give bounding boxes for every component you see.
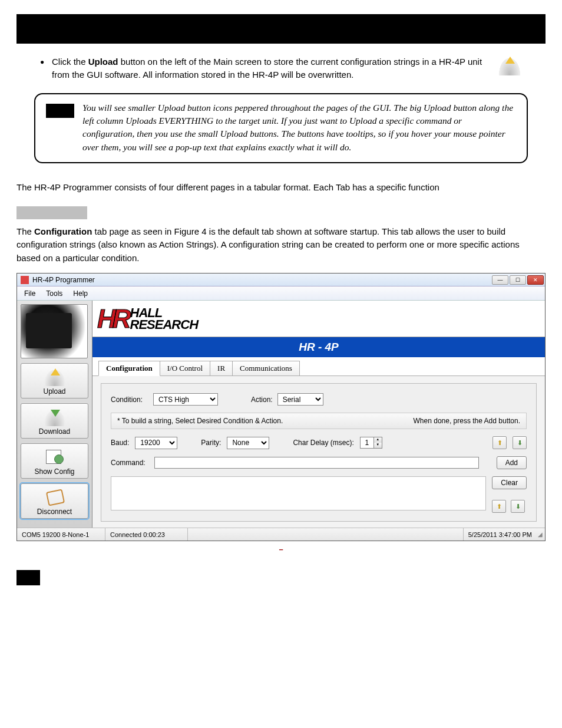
status-port: COM5 19200 8-None-1 bbox=[17, 528, 105, 541]
paragraph-pages: The HR-4P Programmer consists of four di… bbox=[16, 181, 546, 195]
download-icon: ⬇ bbox=[517, 439, 523, 447]
app-window: HR-4P Programmer — ☐ ✕ File Tools Help U… bbox=[16, 273, 546, 541]
instruction-bar: * To build a string, Select Desired Cond… bbox=[111, 413, 527, 429]
title-bar: HR-4P Programmer — ☐ ✕ bbox=[17, 274, 545, 286]
string-list[interactable] bbox=[111, 476, 486, 510]
note-text: You will see smaller Upload button icons… bbox=[82, 101, 516, 154]
baud-select[interactable]: 19200 bbox=[135, 437, 177, 449]
command-input[interactable] bbox=[154, 457, 479, 469]
condition-select[interactable]: CTS High bbox=[153, 393, 218, 406]
note-box: You will see smaller Upload button icons… bbox=[34, 93, 528, 164]
menu-help[interactable]: Help bbox=[73, 289, 88, 298]
maximize-button[interactable]: ☐ bbox=[510, 275, 526, 285]
status-time: 5/25/2011 3:47:00 PM bbox=[464, 528, 537, 541]
menu-tools[interactable]: Tools bbox=[46, 289, 62, 298]
upload-icon: ⬆ bbox=[497, 503, 502, 510]
label-command: Command: bbox=[111, 459, 148, 467]
app-icon bbox=[21, 276, 29, 284]
tab-ir[interactable]: IR bbox=[210, 361, 233, 375]
config-icon bbox=[42, 447, 67, 466]
spin-up[interactable]: ▲ bbox=[373, 437, 382, 443]
status-spacer bbox=[188, 528, 464, 541]
status-connection: Connected 0:00:23 bbox=[105, 528, 188, 541]
download-icon: ⬇ bbox=[515, 503, 521, 510]
clear-button[interactable]: Clear bbox=[492, 476, 527, 489]
product-band: HR - 4P bbox=[92, 337, 545, 357]
bullet-item: ● Click the Upload button on the left of… bbox=[40, 55, 522, 81]
small-download-button[interactable]: ⬇ bbox=[513, 436, 527, 449]
note-badge bbox=[46, 104, 74, 118]
small-upload-button[interactable]: ⬆ bbox=[492, 436, 507, 449]
upload-icon: ⬆ bbox=[497, 439, 503, 447]
sidebar: Upload Download Show Config Disconnect bbox=[17, 301, 92, 528]
menu-bar: File Tools Help bbox=[17, 286, 545, 301]
disconnect-icon bbox=[42, 487, 67, 506]
close-button[interactable]: ✕ bbox=[527, 275, 544, 285]
label-chardelay: Char Delay (msec): bbox=[293, 439, 353, 447]
chardelay-stepper[interactable]: ▲▼ bbox=[360, 437, 382, 449]
resize-grip[interactable]: ◢ bbox=[537, 531, 545, 538]
show-config-button[interactable]: Show Config bbox=[21, 443, 88, 479]
logo-row: HR HALLRESEARCH bbox=[92, 301, 545, 337]
minimize-button[interactable]: — bbox=[492, 275, 508, 285]
spin-down[interactable]: ▼ bbox=[373, 443, 382, 448]
download-icon bbox=[42, 407, 67, 426]
logo-hr: HR bbox=[97, 304, 128, 334]
tabs: Configuration I/O Control IR Communicati… bbox=[92, 357, 545, 376]
instruction-left: * To build a string, Select Desired Cond… bbox=[117, 417, 283, 425]
action-select[interactable]: Serial bbox=[277, 393, 323, 406]
instruction-right: When done, press the Add button. bbox=[414, 417, 520, 425]
bullet-text: Click the Upload button on the left of t… bbox=[52, 55, 490, 81]
section-heading-bar bbox=[16, 206, 87, 219]
chardelay-input[interactable] bbox=[361, 437, 373, 448]
tab-communications[interactable]: Communications bbox=[232, 361, 300, 375]
device-image bbox=[21, 304, 88, 358]
paragraph-config: The Configuration tab page as seen in Fi… bbox=[16, 225, 546, 265]
page-header-bar bbox=[16, 14, 546, 44]
label-condition: Condition: bbox=[111, 396, 148, 404]
tab-configuration[interactable]: Configuration bbox=[98, 361, 160, 376]
config-panel: Condition: CTS High Action: Serial * To … bbox=[101, 383, 537, 522]
small-upload-button-2[interactable]: ⬆ bbox=[492, 500, 506, 513]
upload-icon bbox=[42, 367, 67, 386]
add-button[interactable]: Add bbox=[497, 456, 527, 469]
logo-text: HALLRESEARCH bbox=[130, 307, 198, 331]
upload-icon bbox=[497, 55, 522, 75]
window-title: HR-4P Programmer bbox=[32, 276, 492, 284]
tab-io-control[interactable]: I/O Control bbox=[160, 361, 210, 375]
bullet-marker: ● bbox=[40, 55, 52, 81]
disconnect-button[interactable]: Disconnect bbox=[21, 483, 88, 519]
page-number-block bbox=[16, 570, 40, 585]
download-button[interactable]: Download bbox=[21, 403, 88, 439]
status-bar: COM5 19200 8-None-1 Connected 0:00:23 5/… bbox=[17, 528, 545, 541]
upload-button[interactable]: Upload bbox=[21, 363, 88, 398]
parity-select[interactable]: None bbox=[227, 437, 269, 449]
figure-caption: – bbox=[16, 545, 546, 554]
label-parity: Parity: bbox=[201, 439, 221, 447]
small-download-button-2[interactable]: ⬇ bbox=[511, 500, 525, 513]
label-baud: Baud: bbox=[111, 439, 129, 447]
label-action: Action: bbox=[251, 396, 273, 404]
menu-file[interactable]: File bbox=[24, 289, 35, 298]
